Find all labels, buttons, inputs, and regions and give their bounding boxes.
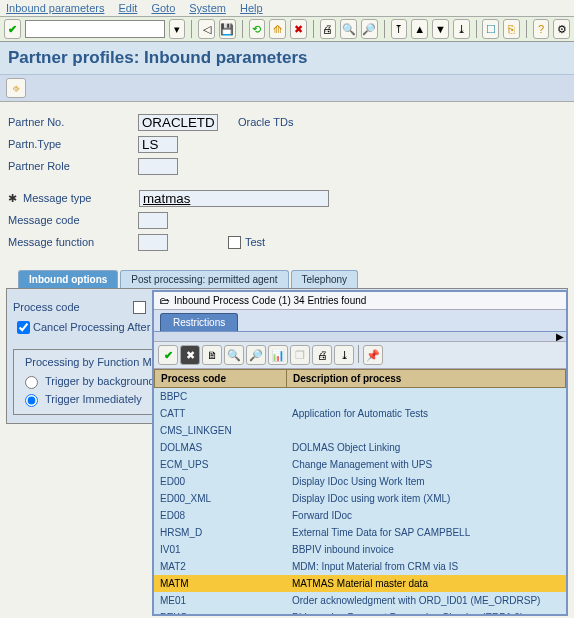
cell-desc: Display IDoc using work item (XML) [286,490,566,507]
cell-code: ECM_UPS [154,456,286,473]
exit-icon[interactable]: ⟰ [269,19,286,39]
popup-tabs: Restrictions [154,310,566,332]
col-process-code[interactable]: Process code [155,370,287,387]
message-code-input[interactable] [138,212,168,229]
cell-code: DOLMAS [154,439,286,456]
tab-inbound-options[interactable]: Inbound options [18,270,118,288]
cell-desc: BBPIV inbound invoice [286,541,566,558]
grid-row[interactable]: ED00_XMLDisplay IDoc using work item (XM… [154,490,566,507]
col-description[interactable]: Description of process [287,370,565,387]
grid-row[interactable]: DOLMASDOLMAS Object Linking [154,439,566,456]
popup-scroll-head: ▶ [154,332,566,342]
command-field[interactable] [25,20,165,38]
trigger-immediately-label: Trigger Immediately [45,393,142,405]
partner-no-label: Partner No. [8,116,138,128]
print-icon[interactable]: 🖨 [320,19,337,39]
next-icon[interactable]: ▼ [432,19,449,39]
grid-row[interactable]: ME01Order acknowledgment with ORD_ID01 (… [154,592,566,609]
chevron-right-icon[interactable]: ▶ [556,331,564,342]
back-icon[interactable]: ◁ [198,19,215,39]
grid-row[interactable]: HRSM_DExternal Time Data for SAP CAMPBEL… [154,524,566,541]
back-arrow-icon[interactable]: ⟲ [249,19,266,39]
partner-type-label: Partn.Type [8,138,138,150]
grid-row[interactable]: CMS_LINKGEN [154,422,566,439]
popup-close-icon[interactable]: ✖ [180,345,200,365]
trigger-immediately-radio[interactable] [25,394,38,407]
ok-icon[interactable]: ✔ [4,19,21,39]
popup-export-icon[interactable]: ⤓ [334,345,354,365]
message-function-label: Message function [8,236,138,248]
menu-system[interactable]: System [189,2,226,14]
cell-code: CMS_LINKGEN [154,422,286,439]
cell-desc [286,428,566,434]
cell-desc: Forward IDoc [286,507,566,524]
cell-desc [286,394,566,400]
layout-icon[interactable]: ⚙ [553,19,570,39]
popup-tab-restrictions[interactable]: Restrictions [160,313,238,331]
grid-row[interactable]: CATTApplication for Automatic Tests [154,405,566,422]
menu-goto[interactable]: Goto [151,2,175,14]
cell-code: ME01 [154,592,286,609]
cell-code: ED00_XML [154,490,286,507]
cell-desc: Display IDoc Using Work Item [286,473,566,490]
grid-row[interactable]: BBPC [154,388,566,405]
menubar: Inbound parameters Edit Goto System Help [0,0,574,17]
sub-toolbar: ⎆ [0,75,574,102]
cell-desc: MDM: Input Material from CRM via IS [286,558,566,575]
find-icon[interactable]: 🔍 [340,19,357,39]
grid-header: Process code Description of process [154,369,566,388]
create-session-icon[interactable]: ☐ [482,19,499,39]
grid-body: BBPCCATTApplication for Automatic TestsC… [154,388,566,614]
cell-desc: MATMAS Material master data [286,575,566,592]
message-type-label: Message type [23,192,139,204]
grid-row[interactable]: MAT2MDM: Input Material from CRM via IS [154,558,566,575]
message-type-input[interactable] [139,190,329,207]
message-code-label: Message code [8,214,138,226]
prev-icon[interactable]: ▲ [411,19,428,39]
message-function-input[interactable] [138,234,168,251]
cell-desc: Application for Automatic Tests [286,405,566,422]
first-icon[interactable]: ⤒ [391,19,408,39]
grid-row[interactable]: ECM_UPSChange Management with UPS [154,456,566,473]
partner-type-input[interactable] [138,136,178,153]
popup-print-icon[interactable]: 🖨 [312,345,332,365]
last-icon[interactable]: ⤓ [453,19,470,39]
grid-row[interactable]: ED00Display IDoc Using Work Item [154,473,566,490]
process-code-vh[interactable] [133,301,146,314]
grid-row[interactable]: IV01BBPIV inbound invoice [154,541,566,558]
cell-code: IV01 [154,541,286,558]
menu-edit[interactable]: Edit [118,2,137,14]
dropdown-icon[interactable]: ▾ [169,19,186,39]
popup-find2-icon[interactable]: 🔎 [246,345,266,365]
trigger-background-radio[interactable] [25,376,38,389]
help-icon[interactable]: ? [533,19,550,39]
tab-telephony[interactable]: Telephony [291,270,359,288]
shortcut-icon[interactable]: ⎘ [503,19,520,39]
popup-pin-icon[interactable]: 📌 [363,345,383,365]
test-checkbox[interactable] [228,236,241,249]
cell-desc: Order acknowledgment with ORD_ID01 (ME_O… [286,592,566,609]
popup-find-icon[interactable]: 🔍 [224,345,244,365]
partner-no-input[interactable] [138,114,218,131]
value-help-popup: 🗁 Inbound Process Code (1) 34 Entries fo… [152,290,568,616]
cell-desc: PI Incoming Payment Processing Clearing … [286,609,566,614]
cancel-processing-checkbox[interactable] [17,321,30,334]
grid-row[interactable]: PEXCPI Incoming Payment Processing Clear… [154,609,566,614]
tabs: Inbound options Post processing: permitt… [18,270,574,288]
partner-role-input[interactable] [138,158,178,175]
grid-row[interactable]: MATMMATMAS Material master data [154,575,566,592]
popup-copy-icon[interactable]: ❐ [290,345,310,365]
save-icon[interactable]: 💾 [219,19,236,39]
popup-sort-icon[interactable]: 📊 [268,345,288,365]
popup-icon: 🗁 [160,295,170,306]
grid-row[interactable]: ED08Forward IDoc [154,507,566,524]
popup-ok-icon[interactable]: ✔ [158,345,178,365]
popup-doc-icon[interactable]: 🗎 [202,345,222,365]
menu-inbound[interactable]: Inbound parameters [6,2,104,14]
toggle-icon[interactable]: ⎆ [6,78,26,98]
tab-post-processing[interactable]: Post processing: permitted agent [120,270,288,288]
menu-help[interactable]: Help [240,2,263,14]
cancel-icon[interactable]: ✖ [290,19,307,39]
find-next-icon[interactable]: 🔎 [361,19,378,39]
test-label: Test [245,236,265,248]
